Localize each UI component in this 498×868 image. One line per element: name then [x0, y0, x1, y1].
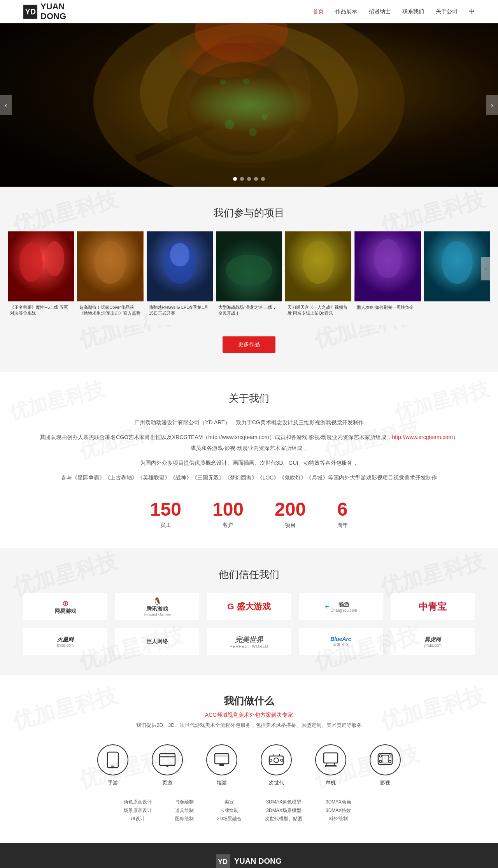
brand-huoxing: 火星网 hxsd.com — [23, 628, 107, 655]
svg-point-30 — [303, 241, 334, 284]
project-card-text-6: 懒人攻略 如何刷完一周胜负令 — [354, 301, 421, 325]
service-detail-mobile-3: UI设计 — [124, 815, 152, 823]
brand-tencent: 🐧 腾讯游戏 Tencent Games — [115, 593, 199, 620]
svg-point-8 — [215, 77, 229, 86]
nav-recruit[interactable]: 招贤纳士 — [369, 8, 391, 15]
project-img-3 — [147, 231, 213, 301]
project-img-4 — [216, 231, 282, 301]
more-works-button[interactable]: 更多作品 — [223, 336, 275, 353]
brand-netease: ⊛ 网易游戏 — [23, 593, 107, 620]
svg-point-11 — [243, 79, 249, 84]
service-detail-client-1: 美宣 — [217, 798, 242, 807]
service-nextgen-label: 次世代 — [261, 779, 292, 786]
nav: 首页 作品展示 招贤纳士 联系我们 关于公司 中 — [313, 8, 475, 15]
footer-logo: YD YUAN DONG — [12, 854, 486, 868]
service-detail-nextgen-2: 3DMAX场景模型 — [265, 807, 302, 815]
nav-home[interactable]: 首页 — [313, 8, 324, 15]
brand-shengda: G 盛大游戏 — [207, 593, 291, 620]
nav-lang[interactable]: 中 — [469, 8, 475, 15]
nav-about[interactable]: 关于公司 — [436, 8, 458, 15]
footer-logo-text: YUAN DONG — [234, 857, 282, 866]
stat-years: 6 周年 — [337, 499, 348, 529]
hero-next-icon: › — [491, 101, 493, 109]
hero-prev-button[interactable]: ‹ — [0, 95, 12, 115]
svg-point-46 — [281, 759, 283, 761]
projects-next-button[interactable]: › — [481, 257, 490, 280]
service-web: 页游 — [152, 744, 183, 786]
trust-section: 优加星科技 优加星科技 优加星科技 优加星科技 他们信任我们 ⊛ 网易游戏 🐧 … — [0, 548, 498, 675]
svg-point-32 — [374, 239, 402, 278]
project-card-text-1: 《王者荣耀》魔性H5上线·五军对决等你来战 — [8, 301, 74, 325]
stat-employees-label: 员工 — [150, 522, 181, 529]
project-img-5 — [285, 231, 351, 301]
project-card-7[interactable] — [424, 231, 490, 325]
service-detail-mobile: 角色原画设计 场景原画设计 UI设计 — [124, 798, 152, 823]
project-card-3[interactable]: 嗨翻越RNGvsIG LPL春季第1月15日正式开赛 — [147, 231, 213, 325]
hero-dots — [233, 177, 265, 181]
hero-next-button[interactable]: › — [486, 95, 498, 115]
service-detail-standalone-1: 3DMAX动画 — [326, 798, 351, 807]
footer-logo-icon: YD — [216, 854, 230, 868]
hero-dot-4[interactable] — [254, 177, 258, 181]
hero-dot-5[interactable] — [261, 177, 265, 181]
service-detail-web-2: 道具绘制 — [175, 807, 194, 815]
svg-rect-15 — [0, 23, 498, 187]
svg-point-53 — [379, 755, 382, 757]
brand-yihu-name: 翼虎网 — [424, 636, 442, 643]
services-desc: 我们提供2D、3D、次世代游戏美术全流程外包服务，包括美术风格搭桥、原型定制、美… — [23, 722, 475, 729]
svg-rect-57 — [382, 755, 388, 763]
svg-text:YD: YD — [25, 7, 36, 16]
stat-employees-number: 150 — [150, 499, 181, 520]
header: YD YUAN DONG 首页 作品展示 招贤纳士 联系我们 关于公司 中 — [0, 0, 498, 23]
service-detail-mobile-1: 角色原画设计 — [124, 798, 152, 807]
about-team: 其团队现由创办人袁杰联合著名CGO艺术家肖世恒以及XRCGTEAM（http:/… — [39, 432, 459, 453]
service-mobile-icon — [97, 744, 128, 775]
project-card-text-5: 天刀嗯天宫《一人之战》视频首发 同名专辑上架Qq音乐 — [285, 301, 351, 325]
project-card-5[interactable]: 天刀嗯天宫《一人之战》视频首发 同名专辑上架Qq音乐 — [285, 231, 351, 325]
stat-projects: 200 项目 — [275, 499, 306, 529]
service-client-label: 端游 — [206, 779, 237, 786]
projects-section: 优加星科技 优加星科技 优加星科技 优加星科技 我们参与的项目 ‹ 《王者荣耀》… — [0, 187, 498, 372]
hero-dot-1[interactable] — [233, 177, 237, 181]
service-standalone-label: 单机 — [315, 779, 346, 786]
brand-yihu-sub: yihuu.com — [424, 643, 442, 648]
project-card-2[interactable]: 超高期待！玩家Cover作品获《绝地求生:全军出击》官方点赞 — [77, 231, 143, 325]
svg-text:YD: YD — [218, 858, 228, 866]
hero-prev-icon: ‹ — [5, 101, 7, 109]
brand-yihu: 翼虎网 yihuu.com — [391, 628, 475, 655]
about-projects: 参与《星际争霸》《上古卷轴》《英雄联盟》《战神》《三国无双》《梦幻西游》《LOC… — [39, 472, 459, 483]
about-link[interactable]: http://www.xrcgteam.com — [392, 434, 453, 440]
stat-clients: 100 客户 — [212, 499, 244, 529]
brand-juren: 巨人网络 — [115, 628, 199, 655]
service-web-icon — [152, 744, 183, 775]
brand-tencent-sub: Tencent Games — [144, 612, 171, 617]
stat-projects-label: 项目 — [275, 522, 306, 529]
svg-rect-42 — [219, 764, 224, 766]
service-detail-standalone: 3DMAX动画 3DMAX特效 3转2绘制 — [326, 798, 351, 823]
service-nextgen-icon — [261, 744, 292, 775]
about-service: 为国内外众多项目提供优质概念设计、画面插画、次世代3D、GUI、动特效等各外包服… — [39, 457, 459, 468]
svg-rect-35 — [107, 752, 118, 768]
about-company: 广州袁动动漫设计有限公司（YD ART），致力于CG美术概念设计及三维影视游戏视… — [39, 417, 459, 428]
brand-zhongqingbao: 中青宝 — [391, 593, 475, 620]
brand-zhongqingbao-name: 中青宝 — [419, 600, 447, 613]
brand-shengda-name: G 盛大游戏 — [227, 601, 270, 612]
svg-point-23 — [95, 241, 126, 284]
hero-dot-3[interactable] — [247, 177, 251, 181]
nav-works[interactable]: 作品展示 — [335, 8, 357, 15]
project-card-4[interactable]: 大型海战战场-潜龙之渊·上线，全民开战！ — [216, 231, 282, 325]
stat-employees: 150 员工 — [150, 499, 181, 529]
service-detail-mobile-2: 场景原画设计 — [124, 807, 152, 815]
logo[interactable]: YD YUAN DONG — [23, 2, 66, 21]
service-standalone-icon — [315, 744, 346, 775]
nav-contact[interactable]: 联系我们 — [402, 8, 424, 15]
service-film: 影视 — [370, 744, 401, 786]
hero-section: ‹ › — [0, 23, 498, 187]
project-card-6[interactable]: 懒人攻略 如何刷完一周胜负令 — [354, 231, 421, 325]
service-detail-nextgen-3: 次世代模型、贴图 — [265, 815, 302, 823]
svg-point-16 — [225, 120, 234, 129]
brands-grid: ⊛ 网易游戏 🐧 腾讯游戏 Tencent Games G 盛大游戏 + 畅游 — [23, 593, 475, 655]
project-card-1[interactable]: 《王者荣耀》魔性H5上线·五军对决等你来战 — [8, 231, 74, 325]
service-detail-web-1: 肖像绘制 — [175, 798, 194, 807]
hero-dot-2[interactable] — [240, 177, 244, 181]
